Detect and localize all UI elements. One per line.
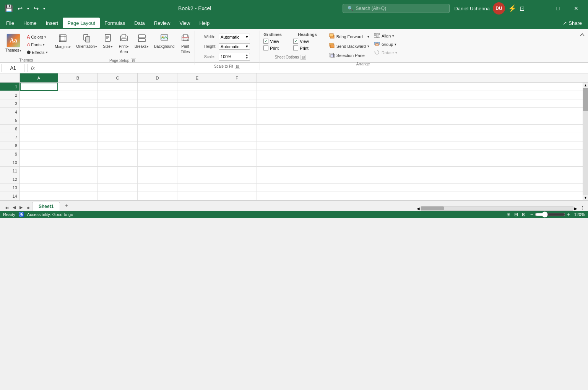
margins-button[interactable]: Margins ▾: [53, 32, 73, 51]
page-layout-view-button[interactable]: ⊟: [513, 211, 520, 218]
cell-A7[interactable]: [20, 133, 58, 141]
row-num-9[interactable]: 9: [0, 150, 19, 158]
zoom-out-button[interactable]: −: [530, 211, 533, 218]
row-num-14[interactable]: 14: [0, 192, 19, 200]
cell-E14[interactable]: [177, 192, 217, 200]
row-num-6[interactable]: 6: [0, 125, 19, 133]
cell-D6[interactable]: [138, 125, 177, 133]
redo-button[interactable]: ↪: [32, 3, 40, 14]
cell-E2[interactable]: [177, 91, 217, 99]
tab-prev-button[interactable]: ◀: [11, 204, 17, 211]
cell-A9[interactable]: [20, 150, 58, 158]
cell-F6[interactable]: [217, 125, 257, 133]
normal-view-button[interactable]: ⊞: [505, 211, 512, 218]
breaks-button[interactable]: Breaks ▾: [132, 32, 151, 50]
scroll-thumb[interactable]: [583, 88, 588, 111]
col-header-B[interactable]: B: [58, 73, 98, 82]
cell-D13[interactable]: [138, 184, 177, 192]
undo-dropdown[interactable]: ▾: [26, 5, 31, 12]
user-avatar[interactable]: DU: [493, 2, 505, 15]
cell-D2[interactable]: [138, 91, 177, 99]
name-box[interactable]: [2, 64, 24, 72]
selection-pane-button[interactable]: Selection Pane: [327, 51, 371, 60]
cell-E10[interactable]: [177, 158, 217, 167]
cell-F14[interactable]: [217, 192, 257, 200]
cell-C10[interactable]: [98, 158, 138, 167]
row-num-1[interactable]: 1: [0, 83, 19, 91]
menu-view[interactable]: View: [175, 18, 195, 28]
menu-help[interactable]: Help: [195, 18, 214, 28]
cell-A11[interactable]: [20, 167, 58, 175]
scale-up-arrow[interactable]: ▲: [245, 54, 248, 57]
page-setup-expand-icon[interactable]: ⊟: [131, 58, 136, 63]
cell-C5[interactable]: [98, 116, 138, 125]
search-input[interactable]: [356, 6, 445, 11]
col-header-E[interactable]: E: [177, 73, 217, 82]
cell-F13[interactable]: [217, 184, 257, 192]
cell-B10[interactable]: [58, 158, 98, 167]
cell-B4[interactable]: [58, 108, 98, 116]
row-num-8[interactable]: 8: [0, 141, 19, 150]
tab-next-button[interactable]: ▶: [18, 204, 24, 211]
width-dropdown[interactable]: Automatic ▾: [219, 34, 250, 40]
cell-C3[interactable]: [98, 99, 138, 108]
cell-A2[interactable]: [20, 91, 58, 99]
cell-A6[interactable]: [20, 125, 58, 133]
cell-D12[interactable]: [138, 175, 177, 184]
zoom-in-button[interactable]: +: [567, 211, 570, 218]
cell-C11[interactable]: [98, 167, 138, 175]
cell-D10[interactable]: [138, 158, 177, 167]
cell-A12[interactable]: [20, 175, 58, 184]
cell-D5[interactable]: [138, 116, 177, 125]
cell-D14[interactable]: [138, 192, 177, 200]
formula-input[interactable]: [38, 65, 586, 71]
collapse-ribbon-button[interactable]: [578, 31, 586, 40]
print-titles-button[interactable]: Print Titles: [178, 32, 193, 56]
cell-F12[interactable]: [217, 175, 257, 184]
row-num-12[interactable]: 12: [0, 175, 19, 184]
fonts-button[interactable]: A Fonts ▾: [25, 41, 49, 48]
cell-E1[interactable]: [177, 83, 217, 91]
cell-E6[interactable]: [177, 125, 217, 133]
gridlines-view-checkbox[interactable]: [263, 39, 268, 44]
cell-C4[interactable]: [98, 108, 138, 116]
scroll-up-arrow[interactable]: ▲: [584, 83, 587, 88]
minimize-button[interactable]: —: [531, 2, 548, 15]
cell-B5[interactable]: [58, 116, 98, 125]
menu-home[interactable]: Home: [19, 18, 41, 28]
cell-A10[interactable]: [20, 158, 58, 167]
col-header-A[interactable]: A: [20, 73, 58, 82]
cell-A14[interactable]: [20, 192, 58, 200]
cell-C12[interactable]: [98, 175, 138, 184]
cell-B11[interactable]: [58, 167, 98, 175]
headings-print-checkbox[interactable]: [293, 46, 298, 50]
vertical-scrollbar[interactable]: ▲ ▼: [583, 83, 588, 200]
cell-B2[interactable]: [58, 91, 98, 99]
page-break-view-button[interactable]: ⊠: [520, 211, 527, 218]
cell-A3[interactable]: [20, 99, 58, 108]
row-num-4[interactable]: 4: [0, 108, 19, 116]
menu-review[interactable]: Review: [149, 18, 175, 28]
cell-B13[interactable]: [58, 184, 98, 192]
cell-D11[interactable]: [138, 167, 177, 175]
headings-view-checkbox[interactable]: [293, 39, 298, 44]
send-backward-button[interactable]: Send Backward ▾: [327, 42, 371, 50]
scroll-down-arrow[interactable]: ▼: [584, 195, 587, 200]
scale-to-fit-expand-icon[interactable]: ⊟: [235, 64, 240, 69]
horizontal-scrollbar[interactable]: [421, 206, 573, 211]
cell-A8[interactable]: [20, 141, 58, 150]
scale-input[interactable]: 100% ▲ ▼: [219, 53, 250, 61]
cell-D1[interactable]: [138, 83, 177, 91]
cell-C9[interactable]: [98, 150, 138, 158]
cell-D8[interactable]: [138, 141, 177, 150]
orientation-button[interactable]: Orientation ▾: [74, 32, 99, 50]
menu-data[interactable]: Data: [130, 18, 149, 28]
colors-button[interactable]: A Colors ▾: [25, 34, 49, 41]
cell-A5[interactable]: [20, 116, 58, 125]
search-bar[interactable]: 🔍: [343, 4, 450, 13]
cell-E8[interactable]: [177, 141, 217, 150]
cell-C1[interactable]: [98, 83, 138, 91]
sheet-options-expand-icon[interactable]: ⊟: [300, 55, 306, 60]
hscroll-thumb[interactable]: [421, 206, 444, 210]
cell-C8[interactable]: [98, 141, 138, 150]
